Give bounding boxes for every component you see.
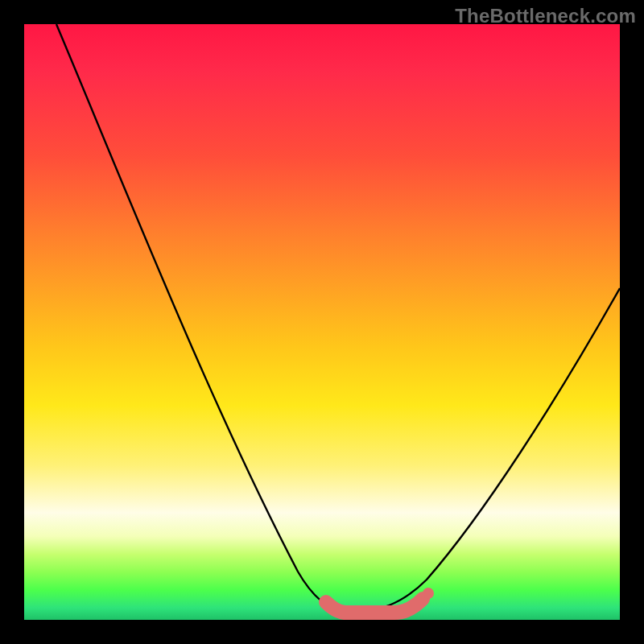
curve-left-branch (56, 24, 346, 613)
chart-frame: TheBottleneck.com (0, 0, 644, 644)
valley-end-dot (423, 588, 434, 599)
watermark-text: TheBottleneck.com (455, 5, 636, 27)
bottleneck-curve (24, 24, 620, 620)
valley-marker (326, 599, 423, 613)
plot-area (24, 24, 620, 620)
curve-right-branch (346, 288, 620, 613)
